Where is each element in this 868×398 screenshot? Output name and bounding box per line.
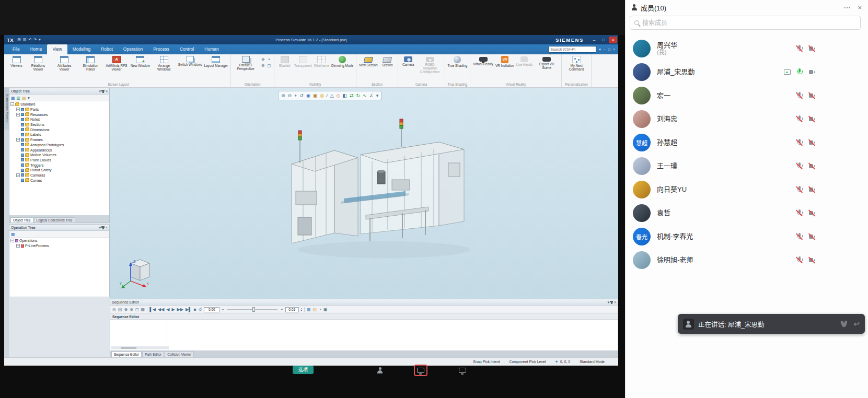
menu-home[interactable]: Home <box>25 44 48 54</box>
bulb-icon[interactable]: ◍ <box>320 93 324 98</box>
tree-row[interactable]: +Resources <box>9 112 109 117</box>
time-step-field[interactable] <box>285 307 299 312</box>
menu-process[interactable]: Process <box>148 44 175 54</box>
lock-icon[interactable]: ▣ <box>323 308 328 312</box>
collapse-icon[interactable]: − <box>10 102 14 106</box>
member-row[interactable]: 向日葵YU <box>626 178 868 201</box>
member-search-input[interactable] <box>642 19 856 27</box>
ribbon-wireframe[interactable]: Wireframe <box>313 55 330 68</box>
camera-off-icon[interactable] <box>808 232 816 240</box>
zoom-fit-icon[interactable]: ◻ <box>135 308 139 312</box>
box-zoom-icon[interactable]: ▣ <box>313 93 318 98</box>
loop-button[interactable]: ↺ <box>199 308 202 312</box>
tree-row[interactable]: −Standard <box>9 102 109 107</box>
zoom-out-time-icon[interactable]: ⊖ <box>130 308 133 312</box>
panel-close-icon[interactable]: × <box>106 89 108 93</box>
share-screen-button[interactable] <box>414 365 427 376</box>
rotate-view-icon[interactable]: ↺ <box>299 93 304 98</box>
panel-pin-icon[interactable] <box>102 226 104 229</box>
camera-off-icon[interactable] <box>808 162 816 170</box>
ribbon-shaded[interactable]: Shaded <box>276 55 293 68</box>
snap-pick-intent-label[interactable]: Snap Pick Intent <box>473 360 500 364</box>
tree-row[interactable]: +Cameras <box>9 173 109 178</box>
hud-more-icon[interactable]: ▾ <box>376 93 379 98</box>
camera-off-icon[interactable] <box>808 256 816 264</box>
command-search-input[interactable] <box>548 46 596 53</box>
measure-icon[interactable]: ∠ <box>369 93 374 98</box>
ribbon-new-window[interactable]: New Window <box>130 55 151 68</box>
camera-off-icon[interactable] <box>808 138 816 146</box>
member-row[interactable]: 周兴华(我) <box>626 37 868 60</box>
panel-close-icon[interactable]: × <box>106 226 108 229</box>
document-close-button[interactable]: × <box>613 48 615 51</box>
grid-icon[interactable]: ▦ <box>141 308 145 312</box>
reaction-icon[interactable] <box>840 320 848 328</box>
undo-icon[interactable]: ↶ <box>28 38 31 42</box>
graphic-viewport[interactable]: ⊕⊖+↺◉▣◍∕△◇◧⇄↻∿∠▾ <box>110 88 618 299</box>
view-options-icon[interactable]: ◎ <box>112 308 116 312</box>
item-path-editor[interactable]: Path Editor <box>142 352 164 357</box>
snapshot-icon[interactable]: ▤ <box>313 308 317 312</box>
zoom-out-icon[interactable]: ⊖ <box>288 93 292 98</box>
tree-row[interactable]: Labels <box>9 132 109 137</box>
ribbon-dimming-mode[interactable]: Dimming Mode <box>330 55 354 68</box>
ribbon-artiminds-rps-viewer[interactable]: ArtiMinds RPS Viewer <box>103 55 130 72</box>
ribbon-new-section[interactable]: New Section <box>358 55 378 68</box>
member-search[interactable] <box>630 16 861 30</box>
menu-file[interactable]: File <box>7 44 25 54</box>
mic-off-icon[interactable] <box>795 44 803 52</box>
layout-icon[interactable]: ▤ <box>118 308 122 312</box>
panel-collapse-icon[interactable]: ▾ <box>607 300 609 305</box>
tree-row[interactable]: Notes <box>9 117 109 122</box>
save-icon[interactable]: ▥ <box>23 38 27 42</box>
menu-view[interactable]: View <box>47 44 67 54</box>
member-row[interactable]: 王一璞 <box>626 154 868 178</box>
camera-off-icon[interactable] <box>808 185 816 193</box>
tree-row[interactable]: Dimensions <box>9 127 109 132</box>
item-sequence-editor[interactable]: Sequence Editor <box>111 352 142 357</box>
timeline-zoom-slider[interactable] <box>227 309 277 310</box>
options-button[interactable]: 选项 <box>293 366 314 374</box>
mic-off-icon[interactable] <box>795 232 803 240</box>
member-row[interactable]: 宏一 <box>626 84 868 107</box>
ribbon-arrange-windows[interactable]: Arrange Windows <box>151 55 177 72</box>
ribbon-parallel-perspective[interactable]: Parallel / Perspective <box>233 55 259 72</box>
panel-pin-icon[interactable] <box>102 90 104 93</box>
stop-button[interactable]: ■ <box>194 308 196 312</box>
fast-forward-button[interactable]: ▶▶ <box>177 308 183 312</box>
tree-row[interactable]: Triggers <box>9 162 109 168</box>
zoom-in-mini-icon[interactable]: ⊕ <box>260 57 266 63</box>
member-row[interactable]: 袁哲 <box>626 201 868 225</box>
ribbon-switch-windows[interactable]: Switch Windows <box>177 55 203 67</box>
item-object-tree[interactable]: Object Tree <box>10 217 33 223</box>
fit-mini-icon[interactable]: ◻ <box>266 63 272 69</box>
ribbon-rgbd-snapshot-configuration[interactable]: RGBD Snapshot Configuration <box>417 55 443 75</box>
member-row[interactable]: 徐明旭-老师 <box>626 248 868 272</box>
menu-modeling[interactable]: Modeling <box>67 44 96 54</box>
tree-row[interactable]: Point Clouds <box>9 158 109 163</box>
ribbon-attributes-viewer[interactable]: Attributes Viewer <box>51 55 77 72</box>
tree-row[interactable]: +Parts <box>9 107 109 112</box>
panel-collapse-icon[interactable]: ▾ <box>99 226 101 230</box>
camera-off-icon[interactable] <box>808 91 816 99</box>
camera-off-icon[interactable] <box>808 209 816 217</box>
tree-row[interactable]: Curves <box>9 178 109 183</box>
expand-icon[interactable]: + <box>16 113 20 116</box>
mic-off-icon[interactable] <box>795 138 803 146</box>
fast-backward-button[interactable]: ◀◀ <box>158 308 164 312</box>
op-grid-icon[interactable]: ▦ <box>11 232 15 237</box>
expand-icon[interactable]: + <box>16 244 20 248</box>
jump-end-button[interactable]: ▶▌ <box>186 308 192 312</box>
tree-options-icon[interactable]: ▾ <box>28 96 30 100</box>
simulation-time-field[interactable] <box>204 307 219 312</box>
component-pick-level-label[interactable]: Component Pick Level <box>509 360 546 364</box>
mic-off-icon[interactable] <box>795 91 803 99</box>
zoom-out-mini-icon[interactable]: ⊖ <box>260 63 266 69</box>
navigation-cube[interactable]: Z x y <box>119 256 153 290</box>
document-minimize-button[interactable]: – <box>604 48 606 51</box>
mic-on-icon[interactable] <box>795 68 803 76</box>
expand-icon[interactable]: + <box>16 108 20 111</box>
tree-row[interactable]: Motion Volumes <box>9 153 109 158</box>
mic-off-icon[interactable] <box>795 115 803 123</box>
member-row[interactable]: 刘海忠 <box>626 107 868 131</box>
